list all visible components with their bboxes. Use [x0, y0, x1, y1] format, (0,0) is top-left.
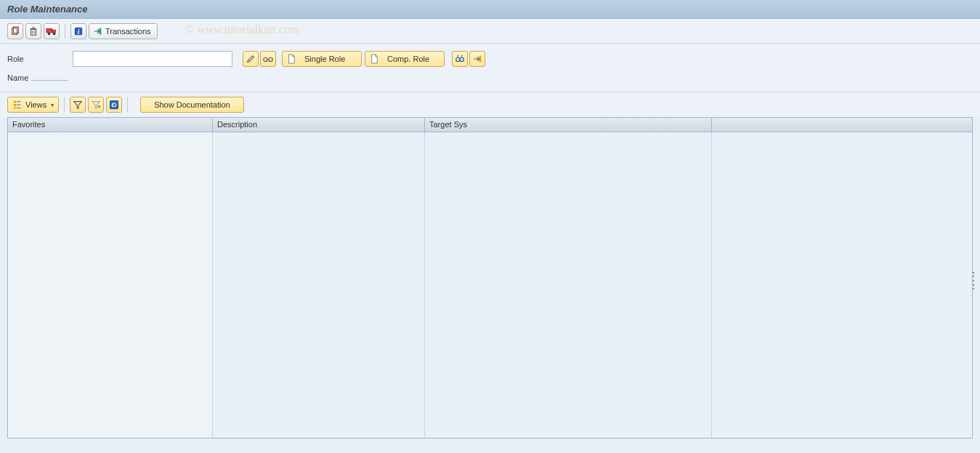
binoculars-icon [455, 54, 465, 64]
svg-rect-24 [14, 108, 17, 109]
transactions-button[interactable]: Transactions [89, 23, 158, 39]
role-input[interactable] [73, 51, 232, 67]
svg-point-15 [269, 57, 272, 61]
single-role-button[interactable]: Single Role [282, 51, 362, 67]
copy-icon [10, 26, 20, 36]
svg-point-9 [48, 32, 51, 35]
app-toolbar: i Transactions © www.tutorialkart.com [0, 19, 980, 44]
col-spacer [712, 118, 972, 132]
svg-point-17 [456, 57, 460, 61]
filter-plus-button[interactable] [88, 97, 104, 113]
info-button[interactable]: i [70, 23, 86, 39]
svg-rect-23 [14, 104, 17, 106]
hierarchy-icon [12, 100, 23, 110]
svg-rect-22 [14, 101, 17, 103]
col-favorites[interactable]: Favorites [8, 118, 213, 132]
grid-body-description[interactable] [213, 132, 425, 438]
separator [64, 97, 65, 112]
separator [65, 24, 65, 39]
filter-icon [73, 100, 83, 110]
truck-icon [46, 26, 57, 36]
views-button[interactable]: Views ▾ [7, 97, 59, 113]
grid-body-favorites[interactable] [8, 132, 213, 438]
name-label: Name [7, 73, 73, 82]
col-target-sys[interactable]: Target Sys [425, 118, 712, 132]
arrow-right-icon [92, 26, 102, 36]
export-button[interactable] [469, 51, 485, 67]
svg-rect-11 [75, 27, 83, 35]
find-button[interactable] [452, 51, 468, 67]
separator [127, 97, 128, 112]
svg-rect-7 [46, 28, 52, 32]
export-icon [472, 54, 482, 64]
svg-text:i: i [78, 27, 80, 35]
chevron-down-icon: ▾ [51, 102, 54, 108]
single-role-label: Single Role [304, 55, 345, 63]
svg-rect-13 [100, 28, 102, 34]
copy-button[interactable] [7, 23, 23, 39]
trash-icon [28, 26, 39, 36]
watermark: © www.tutorialkart.com [185, 23, 299, 36]
document-icon [287, 54, 296, 64]
svg-rect-30 [110, 100, 118, 109]
transactions-label: Transactions [105, 27, 151, 36]
svg-point-14 [264, 57, 267, 61]
filter-plus-icon [91, 100, 101, 110]
display-button[interactable] [260, 51, 276, 67]
grid: Favorites Description Target Sys [7, 117, 973, 438]
comp-role-label: Comp. Role [387, 55, 429, 63]
svg-rect-2 [31, 29, 36, 35]
svg-rect-0 [12, 28, 17, 34]
edit-button[interactable] [243, 51, 259, 67]
svg-point-18 [460, 57, 463, 61]
views-label: Views [25, 100, 46, 109]
comp-role-button[interactable]: Comp. Role [365, 51, 445, 67]
views-toolbar: Views ▾ Show Documentation [0, 92, 980, 117]
grid-body-target-sys[interactable] [425, 132, 712, 438]
svg-rect-8 [52, 30, 55, 33]
filter-button[interactable] [70, 97, 86, 113]
refresh-button[interactable] [106, 97, 122, 113]
col-description[interactable]: Description [213, 118, 425, 132]
role-label: Role [7, 55, 73, 63]
svg-rect-21 [479, 56, 482, 63]
pencil-icon [246, 54, 256, 64]
show-documentation-label: Show Documentation [154, 100, 230, 109]
titlebar: Role Maintenance [0, 0, 980, 19]
svg-rect-1 [13, 26, 18, 33]
svg-point-10 [53, 32, 56, 35]
transport-button[interactable] [44, 23, 60, 39]
info-icon: i [73, 26, 84, 36]
form-area: Role Single Role Comp. Role Name [0, 44, 980, 92]
page-title: Role Maintenance [7, 4, 88, 15]
role-row: Role Single Role Comp. Role [7, 49, 973, 68]
grid-body-spacer [712, 132, 972, 438]
refresh-icon [109, 100, 119, 110]
grid-body [8, 132, 972, 438]
delete-button[interactable] [25, 23, 41, 39]
show-documentation-button[interactable]: Show Documentation [140, 97, 244, 113]
name-row: Name [7, 68, 973, 87]
document-icon [370, 54, 378, 64]
glasses-icon [262, 54, 274, 64]
grid-header: Favorites Description Target Sys [8, 118, 972, 132]
splitter-handle[interactable] [971, 270, 976, 291]
